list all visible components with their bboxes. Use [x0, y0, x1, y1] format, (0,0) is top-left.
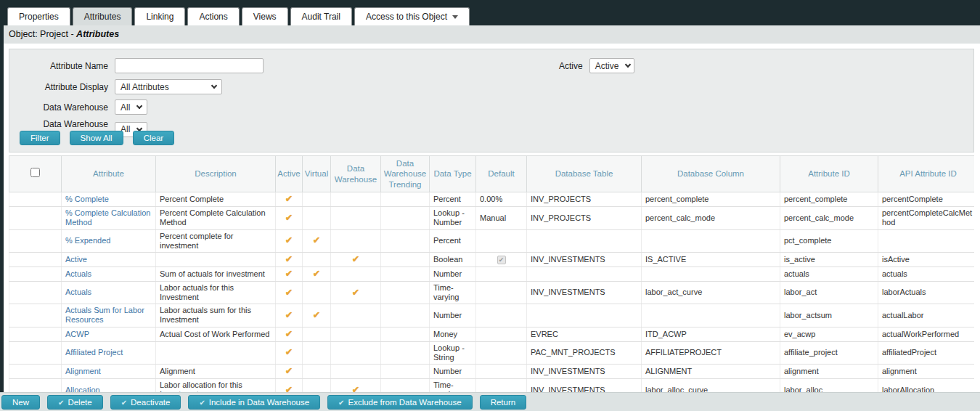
check-icon: ✔	[58, 399, 64, 407]
default-cell: ✔	[476, 252, 527, 266]
virtual-cell: ✔	[303, 266, 331, 281]
tab-actions[interactable]: Actions	[187, 7, 239, 25]
default-cell	[476, 341, 527, 364]
active-cell: ✔	[276, 192, 303, 207]
filter-button[interactable]: Filter	[20, 131, 60, 145]
tab-audit-trail[interactable]: Audit Trail	[290, 7, 352, 25]
data-type-cell: Lookup - String	[430, 341, 476, 364]
table-row: Active✔✔Boolean✔INV_INVESTMENTSIS_ACTIVE…	[9, 252, 975, 266]
dw-trending-cell	[381, 365, 430, 379]
footer-toolbar: New✔Delete✔Deactivate✔Include in Data Wa…	[0, 392, 980, 411]
tab-label: Access to this Object	[366, 12, 447, 22]
check-icon: ✔	[352, 254, 359, 264]
column-header-default[interactable]: Default	[476, 156, 527, 192]
tab-attributes[interactable]: Attributes	[73, 7, 133, 25]
virtual-cell	[303, 327, 331, 341]
row-select-cell	[9, 327, 62, 341]
attribute-link[interactable]: Active	[65, 255, 87, 264]
active-filter-select[interactable]: Active	[589, 58, 634, 73]
database-table-cell	[527, 304, 642, 327]
show-all-button[interactable]: Show All	[70, 131, 123, 145]
default-cell	[476, 229, 527, 252]
column-header-virtual[interactable]: Virtual	[303, 156, 331, 192]
api-attribute-id-cell: actuals	[878, 266, 975, 281]
attribute-link[interactable]: Actuals	[65, 269, 91, 278]
tab-views[interactable]: Views	[242, 7, 288, 25]
tab-properties[interactable]: Properties	[7, 7, 70, 25]
api-attribute-id-cell: isActive	[878, 252, 975, 266]
description-cell: Percent Complete Calculation Method	[156, 207, 276, 229]
table-row: ActualsLabor actuals for this Investment…	[9, 281, 975, 304]
attribute-id-cell: is_active	[780, 252, 878, 266]
check-icon: ✔	[285, 329, 293, 339]
data-warehouse-cell: ✔	[331, 252, 381, 266]
attribute-link[interactable]: ACWP	[65, 330, 89, 338]
select-all-checkbox[interactable]	[30, 168, 40, 177]
api-attribute-id-cell: percentComplete	[878, 192, 975, 207]
default-cell	[476, 379, 527, 393]
check-icon: ✔	[285, 213, 293, 223]
include-in-data-warehouse-button[interactable]: ✔Include in Data Warehouse	[188, 395, 320, 410]
default-cell: 0.00%	[476, 192, 527, 207]
table-row: ACWPActual Cost of Work Performed✔MoneyE…	[9, 327, 975, 341]
footer-buttons: New✔Delete✔Deactivate✔Include in Data Wa…	[0, 393, 980, 410]
check-icon: ✔	[285, 347, 293, 357]
attribute-link[interactable]: Allocation	[65, 386, 100, 392]
description-cell: Percent complete for investment	[156, 229, 276, 252]
data-type-cell: Number	[430, 266, 476, 281]
row-select-cell	[9, 281, 62, 304]
new-button[interactable]: New	[1, 395, 40, 410]
active-cell: ✔	[276, 327, 303, 341]
attribute-link[interactable]: % Complete	[65, 195, 109, 203]
column-header-attribute-id[interactable]: Attribute ID	[780, 156, 878, 192]
deactivate-button[interactable]: ✔Deactivate	[110, 395, 181, 410]
description-cell	[156, 341, 276, 364]
attribute-cell: Actuals	[62, 281, 156, 304]
column-header-data-type[interactable]: Data Type	[430, 156, 476, 192]
tab-access-to-this-object[interactable]: Access to this Object	[354, 7, 470, 25]
clear-button[interactable]: Clear	[133, 131, 174, 145]
active-cell: ✔	[276, 207, 303, 229]
button-label: New	[12, 398, 29, 407]
check-icon: ✔	[285, 254, 293, 264]
data-warehouse-cell: ✔	[331, 379, 381, 393]
attribute-cell: Affiliated Project	[62, 341, 156, 364]
attribute-display-select[interactable]: All Attributes	[115, 79, 222, 94]
column-header-api-attribute-id[interactable]: API Attribute ID	[878, 156, 975, 192]
column-header-database-column[interactable]: Database Column	[642, 156, 780, 192]
column-header-attribute[interactable]: Attribute	[62, 156, 156, 192]
database-table-cell: EVREC	[527, 327, 642, 341]
table-row: AllocationLabor allocation for this Inve…	[9, 379, 975, 393]
delete-button[interactable]: ✔Delete	[47, 395, 103, 410]
tab-label: Views	[253, 12, 277, 22]
attribute-link[interactable]: Alignment	[65, 367, 101, 375]
dw-trending-cell	[381, 304, 430, 327]
column-header-database-table[interactable]: Database Table	[527, 156, 642, 192]
column-header-data-warehouse[interactable]: Data Warehouse	[331, 156, 381, 192]
table-row: Actuals Sum for Labor ResourcesLabor act…	[9, 304, 975, 327]
dw-trending-cell	[381, 281, 430, 304]
tab-label: Attributes	[84, 12, 121, 22]
attribute-link[interactable]: % Complete Calculation Method	[65, 208, 150, 227]
tab-linking[interactable]: Linking	[134, 7, 185, 25]
tab-bar: PropertiesAttributesLinkingActionsViewsA…	[7, 7, 472, 25]
column-header-active[interactable]: Active	[276, 156, 303, 192]
column-header-data-warehouse-trending[interactable]: Data Warehouse Trending	[381, 156, 430, 192]
data-warehouse-select[interactable]: All	[115, 99, 147, 115]
attribute-name-label: Attribute Name	[9, 61, 108, 71]
attribute-name-input[interactable]	[115, 58, 264, 73]
dw-trending-cell	[381, 327, 430, 341]
column-header-description[interactable]: Description	[156, 156, 276, 192]
attribute-cell: ACWP	[62, 327, 156, 341]
data-type-cell: Money	[430, 327, 476, 341]
attribute-link[interactable]: Actuals	[65, 288, 91, 296]
data-type-cell: Percent	[430, 192, 476, 207]
attribute-link[interactable]: % Expended	[65, 236, 110, 245]
exclude-from-data-warehouse-button[interactable]: ✔Exclude from Data Warehouse	[327, 395, 473, 410]
check-icon: ✔	[313, 235, 320, 245]
database-column-cell: AFFILIATEPROJECT	[642, 341, 780, 364]
return-button[interactable]: Return	[480, 395, 527, 410]
api-attribute-id-cell: percentCompleteCalcMethod	[878, 207, 975, 229]
attribute-link[interactable]: Affiliated Project	[65, 348, 123, 357]
attribute-link[interactable]: Actuals Sum for Labor Resources	[65, 306, 144, 324]
